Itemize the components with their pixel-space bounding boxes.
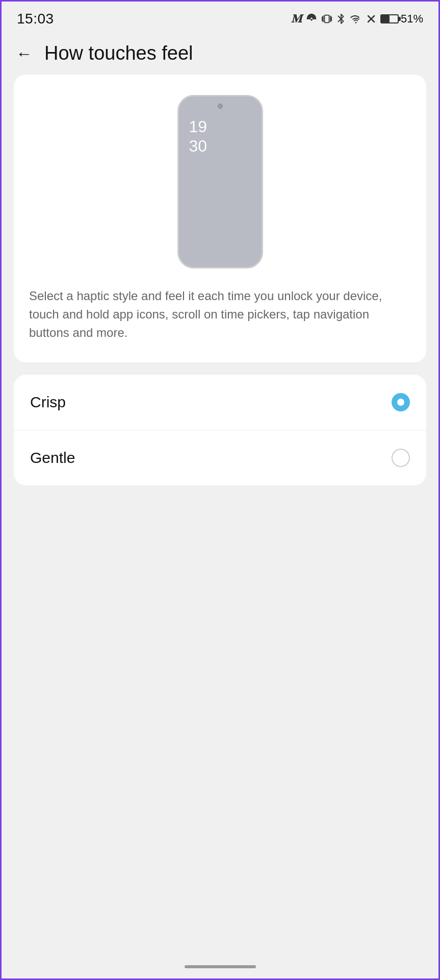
phone-clock: 19 30	[189, 117, 208, 156]
toolbar: ← How touches feel	[2, 32, 438, 75]
x-icon	[366, 14, 376, 24]
phone-camera-dot	[218, 104, 223, 109]
battery-percent: 51%	[401, 12, 423, 26]
main-content: 19 30 Select a haptic style and feel it …	[2, 75, 438, 485]
option-crisp-label: Crisp	[30, 394, 66, 411]
bluetooth-icon	[337, 13, 346, 24]
radio-crisp[interactable]	[392, 393, 410, 411]
phone-mockup: 19 30	[177, 95, 263, 268]
phone-clock-hour: 19	[189, 117, 208, 136]
option-gentle[interactable]: Gentle	[14, 430, 426, 485]
status-bar: 15:03 𝐌	[2, 2, 438, 32]
option-crisp[interactable]: Crisp	[14, 375, 426, 430]
radio-gentle[interactable]	[392, 449, 410, 467]
phone-preview-description: Select a haptic style and feel it each t…	[29, 287, 411, 342]
m-icon: 𝐌	[291, 12, 302, 26]
battery-icon	[380, 14, 399, 23]
phone-mockup-wrapper: 19 30	[177, 95, 263, 268]
nfc-icon	[306, 13, 317, 24]
options-card: Crisp Gentle	[14, 375, 426, 485]
back-arrow-icon: ←	[16, 45, 32, 62]
page-title: How touches feel	[44, 42, 193, 64]
svg-point-0	[310, 19, 313, 21]
home-indicator	[185, 965, 256, 968]
battery-container: 51%	[380, 12, 423, 26]
status-icons: 𝐌	[291, 12, 423, 26]
phone-preview-card: 19 30 Select a haptic style and feel it …	[14, 75, 426, 362]
vibrate-icon	[321, 13, 332, 24]
back-button[interactable]: ←	[14, 43, 34, 64]
option-gentle-label: Gentle	[30, 449, 75, 467]
svg-rect-1	[324, 15, 329, 23]
status-time: 15:03	[17, 11, 54, 27]
phone-clock-minute: 30	[189, 136, 208, 156]
wifi-icon	[350, 13, 362, 24]
